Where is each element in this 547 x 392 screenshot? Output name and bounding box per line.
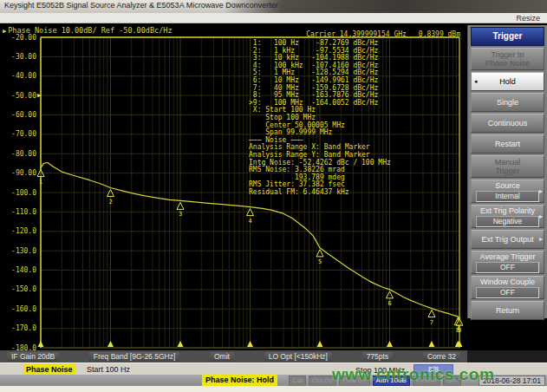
softkey-label: Continuous: [472, 119, 544, 127]
y-tick-label: -140.0: [0, 266, 36, 274]
svg-text:5: 5: [318, 258, 322, 265]
softkey-label: Average Trigger: [472, 252, 544, 261]
y-tick-label: -130.0: [0, 247, 36, 255]
marker-2-icon: [107, 190, 114, 197]
softkey-label: Manual Trigger: [472, 158, 544, 175]
trace-arrow-icon: ▶: [3, 28, 6, 35]
sidebar-button-return[interactable]: Return: [471, 301, 544, 320]
ref-level-arrow-icon: ▶: [37, 92, 41, 99]
info-bar-item-775pts: 775pts: [362, 352, 394, 362]
y-tick-label: -50.00: [0, 92, 36, 100]
softkey-label: Trigger to Phase Noise: [472, 50, 544, 68]
softkey-label: Restart: [472, 140, 544, 148]
marker-4-axis-flag-icon: [247, 341, 253, 347]
info-bar-item-if-gain-20db: IF Gain 20dB: [7, 352, 59, 362]
instrument-screen: 123456789 -20.00-30.00-40.00-50.00-60.00…: [0, 23, 547, 350]
marker-1-axis-flag-icon: [38, 341, 44, 347]
softkey-label: Source: [472, 181, 544, 190]
y-tick-label: -70.00: [0, 130, 36, 138]
svg-text:7: 7: [430, 319, 433, 326]
y-tick-label: -150.0: [0, 285, 36, 293]
phase-noise-plot: 123456789: [0, 23, 467, 350]
softkey-label: Hold: [472, 77, 544, 86]
sidebar-button-hold[interactable]: ●Hold: [471, 72, 544, 91]
y-tick-label: -80.00: [0, 150, 36, 158]
y-tick-label: -160.0: [0, 305, 36, 313]
sidebar-button-continuous[interactable]: Continuous: [471, 114, 544, 133]
softkey-menu-title: Trigger: [471, 27, 544, 46]
watermark: www.cntronics.com: [332, 365, 494, 384]
marker-6-icon: [387, 291, 394, 298]
svg-text:3: 3: [179, 211, 182, 218]
svg-text:6: 6: [387, 300, 391, 307]
y-tick-label: -110.0: [0, 208, 36, 216]
measurement-info-bar: IF Gain 20dBFreq Band [9G-26.5GHz]OmitLO…: [0, 350, 467, 363]
sidebar-button-single[interactable]: Single: [471, 93, 544, 112]
y-tick-label: -90.00: [0, 169, 36, 177]
sidebar-button-average-trigger[interactable]: Average TriggerOFF: [471, 251, 544, 274]
softkey-label: Single: [472, 98, 544, 107]
marker-6-axis-flag-icon: [387, 341, 393, 347]
carrier-frequency: Carrier 14.399999154 GHz: [306, 30, 407, 38]
mode-badge: Phase Noise: [23, 364, 75, 375]
y-tick-label: -40.00: [0, 72, 36, 80]
sidebar-button-restart[interactable]: Restart: [471, 134, 544, 154]
softkey-label: Ext Trig Polarity: [472, 206, 544, 215]
submenu-arrow-icon: ▸: [539, 235, 543, 243]
info-bar-item-omit: Omit: [210, 352, 234, 362]
info-bar-item-lo-opt-150khz: LO Opt [<150kHz]: [264, 352, 332, 362]
softkey-label: Ext Trig Output: [472, 235, 544, 244]
phase-noise-graph: 123456789 -20.00-30.00-40.00-50.00-60.00…: [0, 23, 467, 350]
marker-readout-block: 1: 100 Hz -87.2769 dBc/Hz 2: 1 kHz -97.5…: [249, 40, 391, 196]
marker-3-icon: [177, 202, 184, 209]
window-titlebar[interactable]: Keysight E5052B Signal Source Analyzer &…: [0, 0, 547, 13]
info-bar-item-freq-band-9g-26-5ghz: Freq Band [9G-26.5GHz]: [89, 352, 180, 362]
submenu-arrow-icon: ▸: [539, 187, 543, 195]
svg-text:2: 2: [108, 199, 112, 206]
marker-3-axis-flag-icon: [178, 341, 184, 347]
y-tick-label: -30.00: [0, 53, 36, 61]
sidebar-button-trigger-to-phase-noise: Trigger to Phase Noise: [471, 48, 544, 70]
sidebar-button-manual-trigger: Manual Trigger: [471, 155, 544, 178]
resize-button[interactable]: Resize: [516, 14, 540, 23]
start-frequency-label: Start 100 Hz: [87, 365, 130, 374]
softkey-label: Return: [472, 306, 544, 315]
y-tick-label: -60.00: [0, 111, 36, 119]
sidebar-button-ext-trig-polarity[interactable]: Ext Trig PolarityNegative▸: [471, 205, 544, 228]
softkey-value: Internal: [476, 191, 539, 202]
app-window: Keysight E5052B Signal Source Analyzer &…: [0, 0, 547, 392]
softkey-value: OFF: [476, 287, 539, 298]
carrier-power: 0.8399 dBm: [419, 30, 460, 38]
trace-label: ▶Phase Noise 10.00dB/ Ref -50.00dBc/Hz: [3, 26, 173, 35]
menu-strip: Resize: [0, 13, 547, 23]
y-tick-label: -120.0: [0, 227, 36, 235]
y-tick-label: -170.0: [0, 324, 36, 332]
y-tick-label: -100.0: [0, 189, 36, 197]
svg-text:1: 1: [39, 179, 42, 186]
active-selection-bullet-icon: ●: [474, 78, 478, 84]
measurement-state-badge: Phase Noise: Hold: [202, 375, 277, 386]
sidebar-button-window-couple[interactable]: Window CoupleOFF: [471, 276, 544, 299]
trace-label-text: Phase Noise 10.00dB/ Ref -50.00dBc/Hz: [8, 26, 172, 35]
svg-text:9: 9: [458, 327, 461, 334]
marker-2-axis-flag-icon: [107, 341, 114, 347]
marker-7-icon: [428, 310, 435, 317]
sidebar-button-source[interactable]: SourceInternal▸: [471, 180, 544, 203]
sidebar-button-ext-trig-output[interactable]: Ext Trig Output▸: [471, 230, 544, 249]
carrier-readout: Carrier 14.399999154 GHz0.8399 dBm: [306, 30, 460, 38]
status-badge-cal: Cal: [289, 376, 306, 386]
softkey-value: Negative: [476, 216, 539, 227]
softkey-button-list: Trigger to Phase Noise●HoldSingleContinu…: [471, 48, 544, 320]
window-title: Keysight E5052B Signal Source Analyzer &…: [4, 1, 278, 10]
info-bar-item-corre-32: Corre 32: [423, 352, 460, 362]
marker-5-axis-flag-icon: [317, 341, 323, 347]
marker-7-axis-flag-icon: [428, 341, 434, 347]
info-bar-right-filler: [467, 350, 547, 363]
bottom-strip: [0, 386, 547, 392]
submenu-arrow-icon: ▸: [539, 212, 543, 220]
softkey-value: OFF: [476, 262, 539, 273]
softkey-sidebar: Trigger Trigger to Phase Noise●HoldSingl…: [467, 25, 547, 318]
softkey-label: Window Couple: [472, 278, 544, 286]
svg-text:4: 4: [248, 218, 251, 225]
